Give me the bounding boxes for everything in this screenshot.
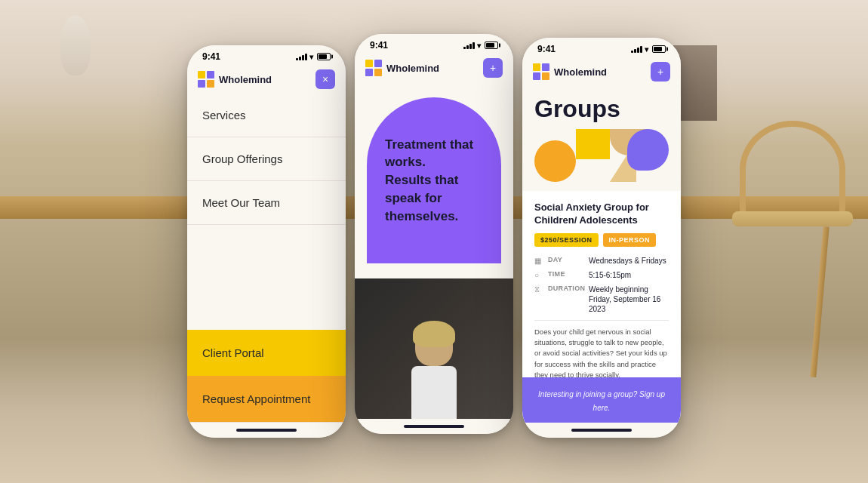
- svg-rect-6: [365, 69, 373, 76]
- hero-purple-area: Treatment that works. Results that speak…: [355, 82, 513, 278]
- signal-bars-3: [631, 46, 642, 53]
- groups-hero: Groups: [522, 86, 681, 191]
- child-photo: [355, 278, 513, 419]
- menu-spacer: [187, 225, 346, 330]
- groups-page-title: Groups: [534, 95, 669, 123]
- group-description-1: Does your child get nervous in social si…: [534, 327, 669, 380]
- groups-shapes: [534, 129, 669, 182]
- client-portal-button[interactable]: Client Portal: [187, 330, 346, 376]
- battery-1: [317, 53, 331, 60]
- svg-rect-11: [542, 72, 549, 80]
- wifi-icon-2: ▾: [477, 42, 481, 50]
- phone-bottom-1: [187, 423, 346, 438]
- phone-menu: 9:41 ▾: [187, 45, 346, 438]
- wholemind-logo-1: [198, 71, 214, 88]
- child-head: [415, 325, 453, 366]
- group-title: Social Anxiety Group for Children/ Adole…: [534, 202, 669, 227]
- app-logo-3: Wholemind: [533, 63, 607, 80]
- time-value: 5:15-6:15pm: [589, 270, 631, 280]
- app-logo-2: Wholemind: [365, 60, 439, 76]
- svg-rect-5: [374, 60, 382, 67]
- status-icons-1: ▾: [296, 53, 331, 61]
- groups-content: Groups Social Anxiety Group for Children…: [522, 86, 681, 423]
- hero-line-1: Treatment that works.: [385, 137, 473, 170]
- timer-icon: ⧖: [534, 285, 543, 294]
- app-header-1: Wholemind ×: [187, 65, 346, 94]
- svg-rect-0: [198, 71, 205, 78]
- signal-bars-2: [463, 42, 475, 49]
- purple-arch: Treatment that works. Results that speak…: [367, 97, 501, 263]
- home-indicator-1: [236, 429, 297, 432]
- menu-content: Services Group Offerings Meet Our Team C…: [187, 94, 346, 423]
- signal-bar-3-3: [637, 48, 639, 53]
- price-tag: $250/SESSION: [534, 233, 599, 247]
- app-name-3: Wholemind: [554, 66, 607, 78]
- signup-bar[interactable]: Interesting in joining a group? Sign up …: [522, 377, 681, 423]
- battery-3: [652, 45, 666, 53]
- hero-image: [355, 278, 513, 419]
- day-row: ▦ DAY Wednesdays & Fridays: [534, 256, 669, 266]
- menu-item-services[interactable]: Services: [187, 94, 346, 137]
- purple-blob-shape: [627, 129, 669, 171]
- status-bar-1: 9:41 ▾: [187, 45, 346, 65]
- signal-bar-2-2: [466, 45, 469, 49]
- add-button-3[interactable]: +: [651, 62, 670, 82]
- close-button-1[interactable]: ×: [315, 69, 335, 89]
- phone-bottom-3: [522, 423, 681, 438]
- menu-item-meet-team[interactable]: Meet Our Team: [187, 181, 346, 225]
- calendar-icon: ▦: [534, 257, 543, 265]
- add-button-2[interactable]: +: [483, 58, 503, 78]
- child-body: [411, 366, 457, 419]
- signup-text: Interesting in joining a group? Sign up …: [538, 390, 665, 412]
- signal-bar-2-3: [469, 44, 472, 49]
- battery-2: [485, 42, 498, 49]
- signal-bar-3-4: [640, 46, 642, 53]
- menu-item-group-offerings[interactable]: Group Offerings: [187, 137, 346, 181]
- svg-rect-4: [365, 60, 373, 67]
- wifi-icon-3: ▾: [645, 45, 648, 54]
- signal-bar-4: [305, 54, 307, 60]
- status-time-3: 9:41: [537, 44, 556, 54]
- day-value: Wednesdays & Fridays: [589, 256, 666, 266]
- status-icons-2: ▾: [463, 42, 498, 50]
- phone-bottom-2: [355, 419, 513, 434]
- signal-bars-1: [296, 54, 307, 60]
- wholemind-logo-2: [365, 60, 382, 76]
- hero-line-3: themselves.: [385, 209, 458, 223]
- request-appointment-button[interactable]: Request Appointment: [187, 376, 346, 423]
- home-indicator-3: [571, 429, 632, 432]
- svg-rect-7: [374, 69, 382, 76]
- status-bar-2: 9:41 ▾: [355, 34, 513, 54]
- day-label: DAY: [548, 256, 584, 263]
- signal-bar-2: [299, 57, 301, 60]
- home-indicator-2: [404, 425, 464, 428]
- duration-row: ⧖ DURATION Weekly beginning Friday, Sept…: [534, 285, 669, 314]
- phones-container: 9:41 ▾: [0, 0, 868, 483]
- status-time-2: 9:41: [370, 40, 388, 51]
- svg-rect-8: [533, 63, 540, 71]
- inperson-tag: IN-PERSON: [603, 233, 657, 247]
- yellow-rect-shape: [576, 129, 610, 159]
- phone-hero: 9:41 ▾: [355, 34, 513, 434]
- svg-rect-3: [207, 80, 214, 88]
- app-logo-1: Wholemind: [198, 71, 272, 88]
- hero-section: Treatment that works. Results that speak…: [355, 82, 513, 419]
- hero-line-2: Results that speak for: [385, 173, 458, 205]
- phone-groups: 9:41 ▾: [522, 38, 681, 438]
- clock-icon: ○: [534, 271, 543, 279]
- duration-value: Weekly beginning Friday, September 16 20…: [589, 285, 669, 314]
- signal-bar-3-2: [634, 49, 636, 53]
- wholemind-logo-3: [533, 63, 549, 80]
- app-header-3: Wholemind +: [522, 57, 681, 86]
- app-name-1: Wholemind: [219, 74, 272, 85]
- status-icons-3: ▾: [631, 45, 666, 54]
- group-tags: $250/SESSION IN-PERSON: [534, 233, 669, 247]
- svg-rect-2: [198, 80, 205, 88]
- svg-rect-10: [533, 72, 540, 80]
- svg-rect-9: [542, 63, 549, 71]
- duration-label: DURATION: [548, 285, 584, 292]
- app-header-2: Wholemind +: [355, 54, 513, 82]
- groups-detail: Social Anxiety Group for Children/ Adole…: [522, 191, 681, 423]
- app-name-2: Wholemind: [386, 63, 439, 74]
- signal-bar-2-4: [472, 42, 475, 49]
